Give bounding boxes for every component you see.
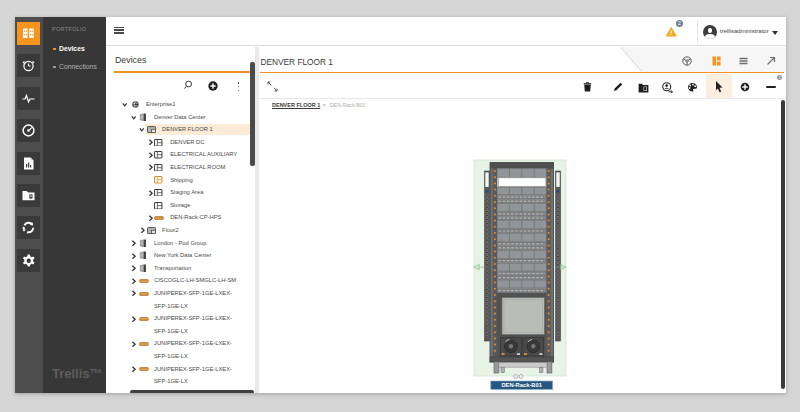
svg-text:DEN-Rack-B01: DEN-Rack-B01 bbox=[501, 382, 542, 388]
